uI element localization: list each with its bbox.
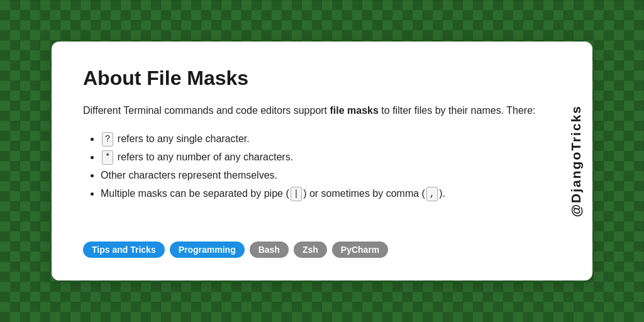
code-badge-pipe: | bbox=[291, 187, 302, 201]
list-item: ? refers to any single character. bbox=[101, 130, 561, 147]
code-badge-question: ? bbox=[102, 132, 113, 147]
sidebar-label: @DjangoTricks bbox=[569, 105, 584, 217]
tag-zsh[interactable]: Zsh bbox=[294, 242, 327, 258]
page-title: About File Masks bbox=[83, 67, 561, 90]
list-item: Multiple masks can be separated by pipe … bbox=[101, 185, 561, 202]
tags-container: Tips and Tricks Programming Bash Zsh PyC… bbox=[83, 242, 561, 258]
description-plain: Different Terminal commands and code edi… bbox=[83, 105, 330, 116]
tag-pycharm[interactable]: PyCharm bbox=[332, 242, 388, 258]
description-bold: file masks bbox=[330, 105, 379, 116]
list-item: Other characters represent themselves. bbox=[101, 167, 561, 184]
description-suffix: to filter files by their names. There: bbox=[379, 105, 536, 116]
description: Different Terminal commands and code edi… bbox=[83, 103, 561, 119]
tag-bash[interactable]: Bash bbox=[250, 242, 289, 258]
bullet-list: ? refers to any single character. * refe… bbox=[83, 130, 561, 204]
tag-tips-and-tricks[interactable]: Tips and Tricks bbox=[83, 242, 165, 258]
code-badge-comma: , bbox=[426, 187, 438, 201]
tag-programming[interactable]: Programming bbox=[170, 242, 245, 258]
main-card: About File Masks Different Terminal comm… bbox=[52, 42, 592, 280]
sidebar: @DjangoTricks bbox=[560, 42, 592, 280]
list-item: * refers to any number of any characters… bbox=[101, 148, 561, 165]
code-badge-star: * bbox=[102, 150, 113, 165]
